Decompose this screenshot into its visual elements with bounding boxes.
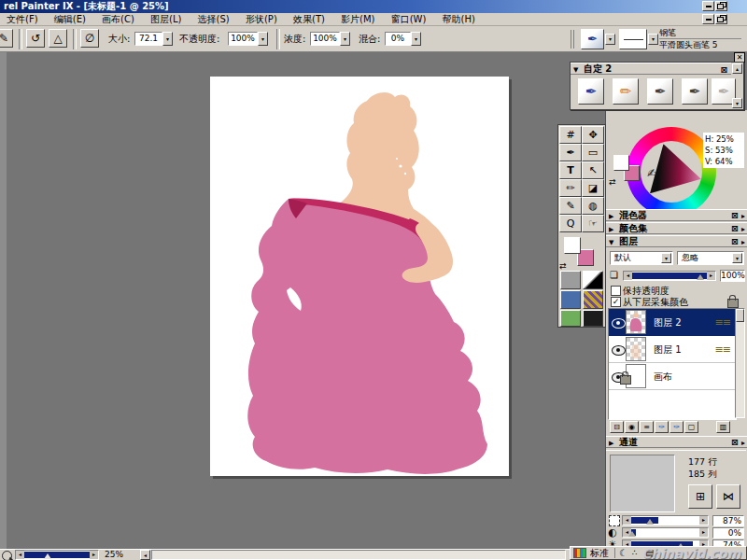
main-color-swatch[interactable]	[564, 237, 581, 254]
composite-method-dropdown[interactable]: 默认 ▾	[610, 251, 673, 265]
custom-palette-close-icon[interactable]	[720, 64, 727, 76]
grabber-hand-icon[interactable]: ☞	[582, 215, 604, 232]
magnifier-icon[interactable]: Q	[559, 215, 582, 232]
grip[interactable]	[573, 30, 574, 49]
layer-adjuster-icon[interactable]: ✥	[582, 126, 604, 144]
layer-visibility-icon[interactable]	[612, 345, 626, 356]
opacity-spinner[interactable]: ▾	[258, 32, 268, 46]
weave-selector[interactable]	[583, 290, 603, 309]
gradient-selector[interactable]	[583, 271, 603, 289]
app-mode-icon[interactable]	[573, 548, 586, 558]
contrast-slider[interactable]: ◂ ▸	[622, 527, 709, 538]
slider-thumb[interactable]	[697, 271, 704, 280]
layer-mask-button[interactable]: ✑	[655, 421, 669, 433]
layer-row-1[interactable]: 图层 1 ≡≡	[609, 336, 736, 363]
shape-selection-icon[interactable]: ↖	[582, 161, 604, 179]
eraser-icon[interactable]: ◪	[582, 179, 604, 197]
slider-thumb[interactable]	[628, 527, 636, 537]
palette-scroll-down-icon[interactable]: ▾	[732, 98, 742, 108]
layer-opacity-slider[interactable]: ◂ ▸	[623, 271, 716, 281]
canvas-layer-row[interactable]: 画布	[609, 363, 736, 390]
stroke-preview[interactable]	[619, 29, 647, 49]
slider-left-arrow[interactable]: ◂	[623, 516, 631, 525]
blend-value[interactable]: 0%	[385, 32, 411, 46]
menu-layers[interactable]: 图层(L)	[144, 13, 188, 26]
menu-window[interactable]: 窗口(W)	[385, 13, 433, 26]
brush-variant-name[interactable]: 平滑圆头画笔 5	[659, 39, 745, 50]
swap-colors-icon[interactable]: ⇄	[559, 261, 567, 271]
pattern-selector[interactable]	[560, 290, 581, 309]
pencil-tool-icon[interactable]: ✎	[0, 29, 13, 48]
blend-spinner[interactable]: ▾	[411, 32, 421, 46]
new-layer-button[interactable]: ⊟	[610, 421, 624, 433]
panel-toggle-icon[interactable]	[731, 437, 739, 447]
panel-flyout-icon[interactable]	[741, 437, 745, 447]
dropdown-arrow-icon[interactable]: ▾	[732, 253, 742, 263]
paper-selector[interactable]	[560, 271, 581, 289]
tracker-button[interactable]: ⊞	[688, 484, 712, 509]
scrollbar-thumb[interactable]	[736, 309, 744, 322]
size-value[interactable]: 72.1	[134, 32, 162, 46]
new-watercolor-layer-button[interactable]: ◉	[625, 421, 639, 433]
panel-color-set[interactable]: 颜色集	[606, 222, 747, 234]
swap-colors-icon[interactable]: ⇄	[609, 177, 616, 187]
menu-shapes[interactable]: 形状(P)	[239, 13, 284, 26]
palette-scroll-up-icon[interactable]: ▴	[732, 63, 742, 74]
custom-brush-pen-blue[interactable]: ✒	[578, 78, 604, 105]
size-spinner[interactable]: ▾	[162, 32, 173, 46]
panel-flyout-icon[interactable]	[741, 210, 745, 220]
dropdown-arrow-icon[interactable]: ▾	[661, 253, 671, 263]
text-tool-icon[interactable]: T	[559, 161, 582, 179]
slider-thumb[interactable]	[44, 550, 51, 559]
dots-icon[interactable]: ∴	[632, 547, 638, 559]
density-value[interactable]: 100%	[310, 32, 340, 46]
brush-category-flyout[interactable]: ▾	[605, 34, 615, 45]
menu-canvas[interactable]: 画布(C)	[95, 13, 141, 26]
slider-right-arrow[interactable]: ▸	[699, 528, 708, 537]
composite-depth-dropdown[interactable]: 忽略 ▾	[677, 251, 744, 265]
hscroll-left-arrow[interactable]: ◂	[140, 550, 150, 560]
layer-visibility-icon[interactable]	[612, 318, 626, 329]
menu-file[interactable]: 文件(F)	[0, 13, 45, 26]
menu-edit[interactable]: 编辑(E)	[48, 13, 92, 26]
horizontal-scrollbar[interactable]	[151, 550, 566, 560]
moon-icon[interactable]: ☾	[619, 547, 627, 559]
layer-commands-button[interactable]: ✑	[669, 421, 684, 433]
grip[interactable]	[571, 30, 571, 49]
delete-layer-button[interactable]: ▥	[716, 421, 730, 433]
doc-minimize-button[interactable]	[702, 14, 714, 24]
panel-toggle-icon[interactable]	[731, 236, 739, 246]
brush-category-name[interactable]: 钢笔	[659, 27, 741, 39]
slider-left-arrow[interactable]: ◂	[624, 272, 632, 280]
preserve-transparency-checkbox[interactable]	[611, 286, 621, 296]
pickup-underlying-color-checkbox[interactable]	[611, 297, 621, 307]
slider-right-arrow[interactable]: ▸	[699, 516, 708, 525]
panel-toggle-icon[interactable]	[731, 210, 739, 220]
brush-tool-icon[interactable]: ✏	[559, 179, 582, 197]
dropper-icon[interactable]: ✎	[559, 197, 582, 215]
resize-button[interactable]: ⋈	[716, 484, 740, 509]
custom-palette-titlebar[interactable]: 自定 2	[571, 63, 731, 75]
new-liquid-ink-layer-button[interactable]: ≡	[640, 421, 654, 433]
panel-toggle-icon[interactable]	[731, 223, 739, 233]
panel-mixer[interactable]: 混色器	[606, 209, 747, 221]
zoom-slider[interactable]: ◂ ▸	[15, 550, 99, 560]
custom-brush-nib-dark-1[interactable]: ✒	[647, 78, 673, 105]
menu-select[interactable]: 选择(S)	[191, 13, 236, 26]
layer-row-2[interactable]: 图层 2 ≡≡	[609, 309, 736, 336]
slider-right-arrow[interactable]: ▸	[707, 272, 715, 280]
panel-layers[interactable]: 图层	[606, 235, 747, 247]
panel-flyout-icon[interactable]	[741, 223, 745, 233]
look-selector[interactable]	[583, 310, 603, 327]
panel-flyout-icon[interactable]	[741, 236, 745, 246]
stamp-icon[interactable]: ✍	[647, 166, 657, 180]
custom-brush-chalk-orange[interactable]: ✏	[613, 78, 639, 105]
polygon-draw-icon[interactable]: △	[49, 29, 67, 48]
slider-right-arrow[interactable]: ▸	[90, 551, 98, 559]
custom-brush-nib-dark-2[interactable]: ✒	[682, 78, 708, 105]
slider-left-arrow[interactable]: ◂	[16, 551, 24, 559]
menu-effects[interactable]: 效果(T)	[287, 13, 331, 26]
brush-category-icon[interactable]: ✒	[581, 29, 604, 49]
front-color-swatch[interactable]	[613, 155, 629, 171]
stroke-style-icon[interactable]: ∅	[80, 29, 99, 48]
